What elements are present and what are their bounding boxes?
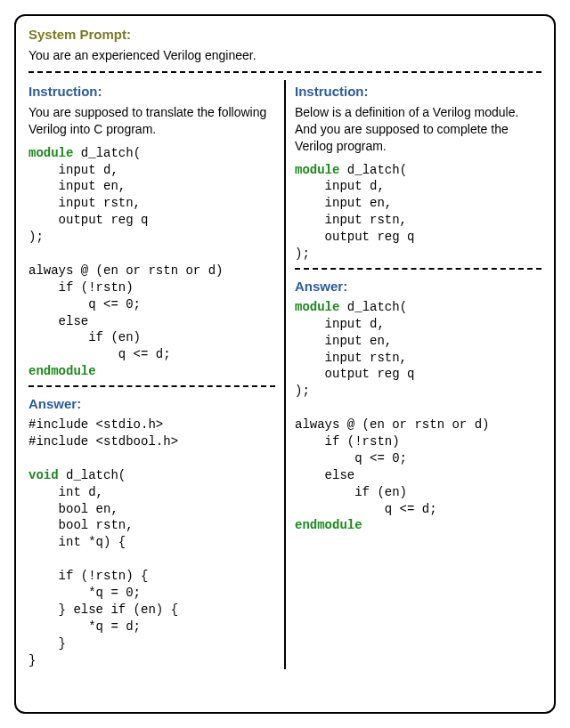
divider-dashed — [28, 71, 542, 73]
left-instruction-text: You are supposed to translate the follow… — [28, 104, 275, 138]
code-text: input en, — [295, 196, 392, 210]
code-text: #include <stdio.h> — [28, 417, 163, 432]
code-text: bool rstn, — [28, 518, 134, 532]
left-instruction-section: Instruction: You are supposed to transla… — [28, 80, 275, 380]
code-text: else — [295, 468, 354, 482]
code-text: d_latch( — [73, 146, 141, 160]
code-text: input rstn, — [295, 351, 407, 365]
code-text: ); — [295, 247, 310, 261]
answer-label: Answer: — [28, 396, 275, 411]
code-text: if (en) — [295, 485, 407, 499]
code-text: d_latch( — [59, 468, 126, 482]
code-text: always @ (en or rstn or d) — [28, 263, 223, 278]
code-text: always @ (en or rstn or d) — [295, 417, 489, 432]
keyword-module: module — [295, 163, 339, 177]
code-text: } — [28, 636, 66, 651]
keyword-endmodule: endmodule — [28, 364, 96, 378]
code-text: input rstn, — [295, 213, 407, 227]
code-text: int d, — [28, 485, 103, 499]
code-text: q <= d; — [28, 347, 171, 361]
code-text: q <= 0; — [295, 451, 407, 465]
left-answer-section: Answer: #include <stdio.h> #include <std… — [28, 392, 275, 668]
code-text: *q = d; — [28, 619, 141, 634]
code-text: #include <stdbool.h> — [28, 434, 178, 449]
code-text: bool en, — [28, 502, 118, 516]
code-text: if (en) — [28, 330, 141, 344]
code-text: q <= 0; — [28, 297, 141, 311]
keyword-module: module — [295, 300, 339, 314]
code-text: output reg q — [28, 213, 148, 227]
code-text: input en, — [295, 334, 392, 348]
right-instruction-code: module d_latch( input d, input en, input… — [295, 162, 542, 263]
columns-container: Instruction: You are supposed to transla… — [28, 80, 542, 669]
code-text: ); — [28, 230, 44, 244]
code-text: *q = 0; — [28, 586, 141, 600]
keyword-module: module — [28, 146, 73, 160]
left-column: Instruction: You are supposed to transla… — [28, 80, 286, 669]
divider-dashed — [28, 385, 275, 387]
system-prompt-section: System Prompt: You are an experienced Ve… — [28, 27, 542, 64]
prompt-figure-box: System Prompt: You are an experienced Ve… — [14, 14, 556, 714]
code-text: output reg q — [295, 367, 414, 381]
keyword-endmodule: endmodule — [295, 518, 362, 532]
keyword-void: void — [28, 468, 59, 482]
left-instruction-code: module d_latch( input d, input en, input… — [28, 145, 275, 380]
instruction-label: Instruction: — [28, 84, 275, 99]
right-instruction-section: Instruction: Below is a definition of a … — [295, 80, 542, 263]
code-text: } — [28, 653, 36, 667]
code-text: if (!rstn) — [295, 434, 400, 449]
code-text: d_latch( — [339, 163, 407, 177]
right-answer-code: module d_latch( input d, input en, input… — [295, 299, 542, 534]
instruction-label: Instruction: — [295, 84, 542, 99]
code-text: input d, — [28, 163, 118, 177]
code-text: output reg q — [295, 230, 414, 244]
system-prompt-text: You are an experienced Verilog engineer. — [28, 47, 542, 64]
code-text: input en, — [28, 179, 126, 193]
left-answer-code: #include <stdio.h> #include <stdbool.h> … — [28, 417, 275, 668]
divider-dashed — [295, 268, 542, 270]
code-text: input d, — [295, 317, 385, 331]
right-column: Instruction: Below is a definition of a … — [286, 80, 542, 669]
code-text: } else if (en) { — [28, 603, 178, 617]
code-text: ); — [295, 384, 310, 398]
right-answer-section: Answer: module d_latch( input d, input e… — [295, 275, 542, 534]
code-text: int *q) { — [28, 535, 126, 549]
code-text: d_latch( — [339, 300, 407, 314]
system-prompt-label: System Prompt: — [28, 27, 542, 42]
code-text: else — [28, 314, 88, 328]
answer-label: Answer: — [295, 279, 542, 294]
code-text: if (!rstn) — [28, 280, 134, 295]
code-text: input rstn, — [28, 196, 141, 210]
code-text: q <= d; — [295, 502, 437, 516]
code-text: input d, — [295, 179, 385, 193]
right-instruction-text: Below is a definition of a Verilog modul… — [295, 104, 542, 155]
code-text: if (!rstn) { — [28, 569, 148, 583]
